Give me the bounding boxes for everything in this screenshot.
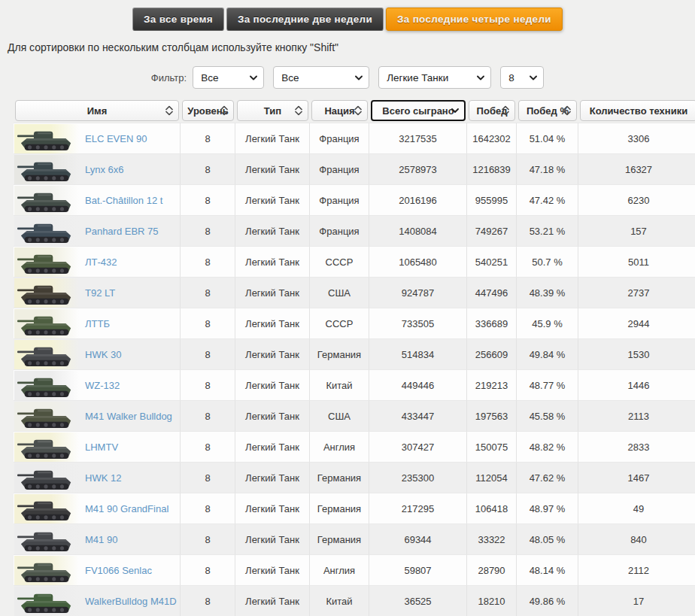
cell-win-percent: 48.82 % xyxy=(517,431,578,462)
tank-name-link[interactable]: T92 LT xyxy=(85,287,115,299)
cell-win-percent: 48.97 % xyxy=(517,493,578,523)
cell-vehicle-count: 5011 xyxy=(578,246,695,277)
tank-icon xyxy=(17,372,76,398)
tank-name-link[interactable]: ЛТТБ xyxy=(85,318,110,329)
tank-name-link[interactable]: HWK 12 xyxy=(85,472,121,484)
table-row: LHMTV 8 Легкий Танк Англия 307427 150075… xyxy=(14,431,695,462)
cell-vehicle-count: 1530 xyxy=(578,338,695,369)
cell-total-played: 3217535 xyxy=(369,123,467,153)
filter-select-level[interactable]: 8 xyxy=(500,66,544,89)
tank-image xyxy=(14,587,79,616)
tank-name-link[interactable]: M41 Walker Bulldog xyxy=(85,411,172,422)
tank-icon xyxy=(17,526,76,552)
tank-image xyxy=(14,340,79,369)
cell-type: Легкий Танк xyxy=(235,431,310,462)
tank-image xyxy=(14,494,79,523)
cell-win-percent: 48.14 % xyxy=(517,554,578,585)
table-row: M41 90 GrandFinal 8 Легкий Танк Германия… xyxy=(14,493,695,523)
cell-nation: Франция xyxy=(310,153,369,184)
cell-type: Легкий Танк xyxy=(235,554,310,585)
cell-level: 8 xyxy=(181,338,235,369)
tank-image xyxy=(14,525,79,554)
tab-last-four-weeks[interactable]: За последние четыре недели xyxy=(386,8,563,31)
tank-icon xyxy=(17,403,76,429)
column-header-vehicle-count[interactable]: Количество техники xyxy=(578,100,695,123)
filter-select-value: Легкие Танки xyxy=(387,72,448,83)
chevron-down-icon xyxy=(530,74,537,81)
table-row: ЛТ-432 8 Легкий Танк СССР 1065480 540251… xyxy=(14,246,695,277)
cell-name: M41 Walker Bulldog xyxy=(14,400,181,431)
filter-select-type[interactable]: Легкие Танки xyxy=(378,66,491,89)
cell-nation: Германия xyxy=(310,462,369,493)
cell-total-played: 1408084 xyxy=(369,215,467,246)
tank-image xyxy=(14,371,79,400)
column-header-name[interactable]: Имя xyxy=(14,100,181,123)
cell-vehicle-count: 49 xyxy=(578,493,695,523)
cell-level: 8 xyxy=(181,277,235,308)
tab-label: За последние четыре недели xyxy=(397,14,551,25)
cell-level: 8 xyxy=(181,400,235,431)
cell-vehicle-count: 840 xyxy=(578,523,695,554)
column-header-nation[interactable]: Нация xyxy=(310,100,369,123)
tank-icon xyxy=(17,341,76,367)
cell-type: Легкий Танк xyxy=(235,215,310,246)
cell-wins: 197563 xyxy=(467,400,517,431)
cell-nation: СССР xyxy=(310,308,369,338)
cell-name: T92 LT xyxy=(14,277,181,308)
filter-select-2[interactable]: Все xyxy=(273,66,369,89)
tank-name-link[interactable]: HWK 30 xyxy=(85,349,121,360)
cell-level: 8 xyxy=(181,153,235,184)
cell-wins: 28790 xyxy=(467,554,517,585)
column-header-label: Тип xyxy=(264,105,281,117)
tank-name-link[interactable]: WalkerBulldog M41D xyxy=(85,596,177,607)
tank-name-link[interactable]: ELC EVEN 90 xyxy=(85,133,147,144)
cell-nation: Германия xyxy=(310,493,369,523)
cell-wins: 1216839 xyxy=(467,153,517,184)
column-header-label: Количество техники xyxy=(590,105,687,117)
cell-type: Легкий Танк xyxy=(235,400,310,431)
tank-icon xyxy=(17,218,76,244)
sort-icon xyxy=(563,106,571,116)
tank-name-link[interactable]: M41 90 xyxy=(85,534,117,545)
tank-name-link[interactable]: Panhard EBR 75 xyxy=(85,226,159,237)
cell-type: Легкий Танк xyxy=(235,523,310,554)
tank-icon xyxy=(17,249,76,275)
tank-name-link[interactable]: LHMTV xyxy=(85,442,118,453)
cell-total-played: 307427 xyxy=(369,431,467,462)
tank-name-link[interactable]: ЛТ-432 xyxy=(85,256,117,268)
tank-name-link[interactable]: M41 90 GrandFinal xyxy=(85,503,168,514)
cell-nation: Китай xyxy=(310,585,369,616)
tank-name-link[interactable]: Lynx 6x6 xyxy=(85,164,124,175)
cell-nation: США xyxy=(310,277,369,308)
tank-image xyxy=(14,432,79,462)
cell-total-played: 2016196 xyxy=(369,184,467,215)
cell-nation: Франция xyxy=(310,215,369,246)
cell-win-percent: 51.04 % xyxy=(517,123,578,153)
column-header-win-percent[interactable]: Побед % xyxy=(517,100,578,123)
cell-vehicle-count: 1467 xyxy=(578,462,695,493)
column-header-wins[interactable]: Побед xyxy=(467,100,517,123)
cell-vehicle-count: 2112 xyxy=(578,554,695,585)
tank-icon xyxy=(17,465,76,490)
cell-name: HWK 12 xyxy=(14,462,181,493)
cell-level: 8 xyxy=(181,585,235,616)
filter-bar: Фильтр: Все Все Легкие Танки 8 xyxy=(0,66,695,89)
cell-name: Lynx 6x6 xyxy=(14,153,181,184)
cell-vehicle-count: 2833 xyxy=(578,431,695,462)
column-header-type[interactable]: Тип xyxy=(235,100,310,123)
tank-name-link[interactable]: WZ-132 xyxy=(85,380,120,391)
tab-last-two-weeks[interactable]: За последние две недели xyxy=(226,8,384,31)
tank-name-link[interactable]: FV1066 Senlac xyxy=(85,565,152,576)
cell-name: M41 90 GrandFinal xyxy=(14,493,181,523)
tab-all-time[interactable]: За все время xyxy=(132,8,224,31)
cell-wins: 1642302 xyxy=(467,123,517,153)
column-header-level[interactable]: Уровень xyxy=(181,100,235,123)
filter-select-1[interactable]: Все xyxy=(193,66,264,89)
cell-nation: Англия xyxy=(310,554,369,585)
tank-name-link[interactable]: Bat.-Châtillon 12 t xyxy=(85,195,162,206)
column-header-total-played[interactable]: Всего сыграно xyxy=(369,100,467,123)
tank-image xyxy=(14,124,79,153)
cell-total-played: 514834 xyxy=(369,338,467,369)
cell-type: Легкий Танк xyxy=(235,369,310,400)
cell-vehicle-count: 2113 xyxy=(578,400,695,431)
